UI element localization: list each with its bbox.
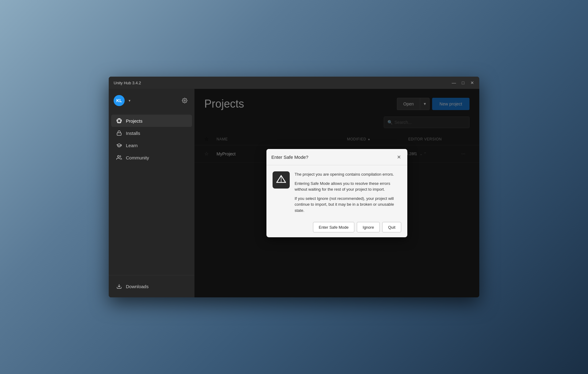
sidebar-item-installs[interactable]: Installs bbox=[111, 127, 192, 139]
unity-logo-icon bbox=[276, 175, 286, 185]
sidebar-item-learn[interactable]: Learn bbox=[111, 139, 192, 151]
modal-body: The project you are opening contains com… bbox=[266, 165, 407, 218]
sidebar-item-community[interactable]: Community bbox=[111, 151, 192, 164]
content-area: Projects Open ▼ New project 🔍 bbox=[194, 89, 479, 297]
avatar-dropdown-icon[interactable]: ▼ bbox=[127, 98, 132, 103]
installs-icon bbox=[116, 130, 122, 136]
title-bar: Unity Hub 3.4.2 — □ ✕ bbox=[109, 77, 479, 89]
sidebar-header: KL ▼ bbox=[109, 89, 194, 112]
sidebar-nav: Projects Installs bbox=[109, 112, 194, 275]
modal-title-bar: Enter Safe Mode? ✕ bbox=[266, 149, 407, 165]
sidebar-item-projects-label: Projects bbox=[126, 118, 142, 124]
downloads-icon bbox=[116, 283, 122, 289]
community-icon bbox=[116, 155, 122, 161]
quit-button[interactable]: Quit bbox=[382, 222, 401, 232]
unity-logo-container bbox=[273, 171, 290, 189]
learn-icon bbox=[116, 142, 122, 148]
modal-para-3: If you select Ignore (not recommended), … bbox=[295, 196, 401, 214]
main-layout: KL ▼ bbox=[109, 89, 479, 297]
sidebar-item-installs-label: Installs bbox=[126, 131, 140, 136]
modal-para-1: The project you are opening contains com… bbox=[295, 171, 401, 177]
settings-button[interactable] bbox=[180, 96, 190, 105]
close-button[interactable]: ✕ bbox=[470, 81, 474, 85]
avatar[interactable]: KL bbox=[114, 95, 125, 106]
ignore-button[interactable]: Ignore bbox=[357, 222, 380, 232]
app-window: Unity Hub 3.4.2 — □ ✕ KL ▼ bbox=[109, 77, 479, 297]
window-title: Unity Hub 3.4.2 bbox=[114, 81, 452, 85]
maximize-button[interactable]: □ bbox=[461, 81, 465, 85]
minimize-button[interactable]: — bbox=[452, 81, 456, 85]
modal-close-button[interactable]: ✕ bbox=[395, 153, 402, 161]
maximize-icon: □ bbox=[462, 80, 464, 85]
sidebar-item-downloads-label: Downloads bbox=[126, 284, 149, 289]
modal-content: The project you are opening contains com… bbox=[295, 171, 401, 213]
minimize-icon: — bbox=[452, 80, 456, 85]
modal-title: Enter Safe Mode? bbox=[271, 155, 308, 160]
close-icon: ✕ bbox=[470, 80, 474, 85]
svg-point-4 bbox=[118, 155, 119, 157]
svg-rect-3 bbox=[117, 133, 121, 135]
sidebar-item-projects[interactable]: Projects bbox=[111, 115, 192, 127]
title-bar-controls: — □ ✕ bbox=[452, 81, 474, 85]
avatar-initials: KL bbox=[116, 98, 122, 103]
svg-point-0 bbox=[184, 100, 186, 101]
safe-mode-dialog: Enter Safe Mode? ✕ Th bbox=[266, 149, 407, 237]
modal-footer: Enter Safe Mode Ignore Quit bbox=[266, 218, 407, 237]
gear-icon bbox=[182, 98, 187, 103]
sidebar-item-learn-label: Learn bbox=[126, 143, 138, 148]
modal-overlay: Enter Safe Mode? ✕ Th bbox=[194, 89, 479, 297]
sidebar: KL ▼ bbox=[109, 89, 194, 297]
projects-icon bbox=[116, 118, 122, 124]
sidebar-item-community-label: Community bbox=[126, 155, 149, 160]
modal-para-2: Entering Safe Mode allows you to resolve… bbox=[295, 181, 401, 193]
enter-safe-mode-button[interactable]: Enter Safe Mode bbox=[313, 222, 355, 232]
sidebar-footer: Downloads bbox=[109, 275, 194, 297]
sidebar-item-downloads[interactable]: Downloads bbox=[111, 280, 192, 292]
